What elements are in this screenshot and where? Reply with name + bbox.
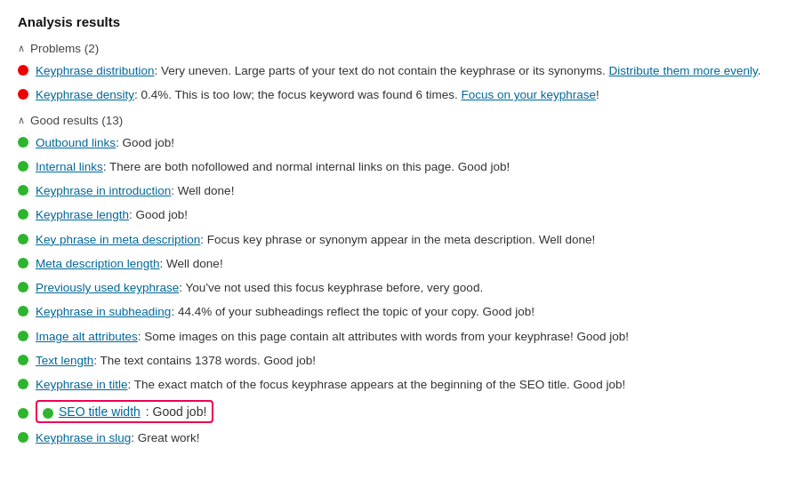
- red-dot-icon-2: [18, 89, 28, 100]
- good-item-4: Key phrase in meta description: Focus ke…: [18, 231, 794, 249]
- good-item-text-0: Outbound links: Good job!: [36, 134, 174, 152]
- good-item-text-12: Keyphrase in slug: Great work!: [36, 429, 200, 447]
- problem-item-1: Keyphrase distribution: Very uneven. Lar…: [18, 62, 794, 80]
- green-dot-icon-2: [18, 185, 28, 196]
- green-dot-icon-highlighted: [18, 408, 28, 419]
- keyphrase-density-link[interactable]: Keyphrase density: [36, 88, 134, 101]
- good-item-text-10: Keyphrase in title: The exact match of t…: [36, 376, 625, 394]
- good-results-group-header[interactable]: ∧ Good results (13): [18, 114, 794, 127]
- good-item-1: Internal links: There are both nofollowe…: [18, 158, 794, 176]
- green-dot-icon-9: [18, 355, 28, 365]
- good-item-link-4[interactable]: Key phrase in meta description: [36, 233, 200, 246]
- green-dot-icon-5: [18, 258, 28, 268]
- seo-title-width-highlighted-box: SEO title width: Good job!: [36, 400, 213, 423]
- green-dot-icon-3: [18, 209, 28, 220]
- good-item-link-2[interactable]: Keyphrase in introduction: [36, 184, 171, 197]
- good-results-group: ∧ Good results (13) Outbound links: Good…: [18, 114, 794, 448]
- good-item-2: Keyphrase in introduction: Well done!: [18, 182, 794, 200]
- good-results-group-label: Good results (13): [30, 114, 123, 127]
- focus-keyphrase-link[interactable]: Focus on your keyphrase: [462, 88, 597, 101]
- problem-item-1-text: Keyphrase distribution: Very uneven. Lar…: [36, 62, 760, 80]
- good-item-text-1: Internal links: There are both nofollowe…: [36, 158, 510, 176]
- seo-title-width-text: : Good job!: [146, 404, 207, 419]
- distribute-evenly-link[interactable]: Distribute them more evenly: [609, 64, 758, 77]
- good-item-highlighted: SEO title width: Good job!: [18, 400, 794, 423]
- good-item-link-3[interactable]: Keyphrase length: [36, 208, 129, 221]
- green-dot-icon-inner: [43, 408, 53, 419]
- green-dot-icon-12: [18, 432, 28, 443]
- good-item-link-8[interactable]: Image alt attributes: [36, 330, 138, 343]
- good-item-link-7[interactable]: Keyphrase in subheading: [36, 305, 171, 318]
- good-item-10: Keyphrase in title: The exact match of t…: [18, 376, 794, 394]
- problems-group-label: Problems (2): [30, 42, 99, 55]
- good-item-12: Keyphrase in slug: Great work!: [18, 429, 794, 447]
- problem-item-2: Keyphrase density: 0.4%. This is too low…: [18, 86, 794, 104]
- good-items-list: Outbound links: Good job!Internal links:…: [18, 134, 794, 448]
- good-item-text-4: Key phrase in meta description: Focus ke…: [36, 231, 595, 249]
- problems-group-header[interactable]: ∧ Problems (2): [18, 42, 794, 55]
- green-dot-icon-7: [18, 306, 28, 316]
- green-dot-icon-1: [18, 161, 28, 172]
- good-item-6: Previously used keyphrase: You've not us…: [18, 279, 794, 297]
- chevron-up-icon-2: ∧: [18, 115, 25, 126]
- good-item-8: Image alt attributes: Some images on thi…: [18, 328, 794, 346]
- seo-title-width-link[interactable]: SEO title width: [59, 404, 141, 419]
- good-item-link-5[interactable]: Meta description length: [36, 257, 160, 270]
- good-item-text-9: Text length: The text contains 1378 word…: [36, 352, 316, 370]
- good-item-text-2: Keyphrase in introduction: Well done!: [36, 182, 234, 200]
- good-item-7: Keyphrase in subheading: 44.4% of your s…: [18, 303, 794, 321]
- good-item-link-12[interactable]: Keyphrase in slug: [36, 431, 131, 444]
- green-dot-icon-10: [18, 379, 28, 389]
- red-dot-icon: [18, 65, 28, 76]
- good-item-text-6: Previously used keyphrase: You've not us…: [36, 279, 483, 297]
- good-item-text-3: Keyphrase length: Good job!: [36, 206, 188, 224]
- good-item-text-8: Image alt attributes: Some images on thi…: [36, 328, 629, 346]
- good-item-link-1[interactable]: Internal links: [36, 160, 103, 173]
- good-item-link-6[interactable]: Previously used keyphrase: [36, 281, 179, 294]
- problems-group: ∧ Problems (2) Keyphrase distribution: V…: [18, 42, 794, 105]
- green-dot-icon-8: [18, 331, 28, 341]
- keyphrase-distribution-link[interactable]: Keyphrase distribution: [36, 64, 155, 77]
- page-title: Analysis results: [18, 14, 794, 29]
- green-dot-icon-0: [18, 137, 28, 148]
- good-item-5: Meta description length: Well done!: [18, 255, 794, 273]
- good-item-0: Outbound links: Good job!: [18, 134, 794, 152]
- good-item-9: Text length: The text contains 1378 word…: [18, 352, 794, 370]
- green-dot-icon-6: [18, 282, 28, 292]
- good-item-text-7: Keyphrase in subheading: 44.4% of your s…: [36, 303, 535, 321]
- good-item-link-10[interactable]: Keyphrase in title: [36, 378, 128, 391]
- good-item-3: Keyphrase length: Good job!: [18, 206, 794, 224]
- good-item-text-5: Meta description length: Well done!: [36, 255, 223, 273]
- problem-item-2-text: Keyphrase density: 0.4%. This is too low…: [36, 86, 599, 104]
- chevron-up-icon: ∧: [18, 43, 25, 54]
- good-item-link-9[interactable]: Text length: [36, 354, 93, 367]
- green-dot-icon-4: [18, 234, 28, 244]
- good-item-link-0[interactable]: Outbound links: [36, 136, 116, 149]
